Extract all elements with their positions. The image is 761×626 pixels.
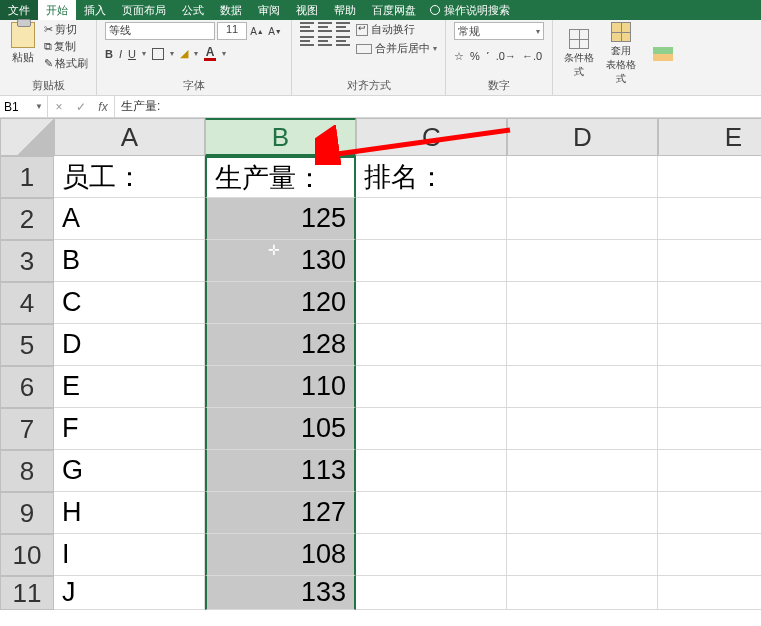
cell[interactable] xyxy=(507,282,658,324)
tab-insert[interactable]: 插入 xyxy=(76,0,114,20)
name-box[interactable]: B1▼ xyxy=(0,96,48,117)
cell[interactable] xyxy=(356,450,507,492)
font-color-button[interactable]: A xyxy=(204,46,216,61)
cell[interactable]: 113 xyxy=(205,450,356,492)
cell[interactable] xyxy=(658,282,761,324)
confirm-formula-button[interactable]: ✓ xyxy=(70,100,92,114)
cell[interactable] xyxy=(356,282,507,324)
underline-button[interactable]: U xyxy=(128,48,136,60)
cell[interactable] xyxy=(356,534,507,576)
select-all-corner[interactable] xyxy=(0,118,54,156)
row-header[interactable]: 5 xyxy=(0,324,54,366)
cell[interactable] xyxy=(507,576,658,610)
bold-button[interactable]: B xyxy=(105,48,113,60)
cell[interactable] xyxy=(507,324,658,366)
cell[interactable]: B xyxy=(54,240,205,282)
cell[interactable] xyxy=(658,324,761,366)
cell[interactable] xyxy=(507,534,658,576)
cell[interactable] xyxy=(658,240,761,282)
fx-button[interactable]: fx xyxy=(92,100,114,114)
cell[interactable] xyxy=(356,240,507,282)
cell[interactable] xyxy=(658,408,761,450)
decrease-decimal-button[interactable]: ←.0 xyxy=(522,50,542,63)
align-bottom-button[interactable] xyxy=(336,22,350,32)
cell[interactable]: 120 xyxy=(205,282,356,324)
grow-font-button[interactable]: A▲ xyxy=(249,23,265,39)
cell[interactable]: E xyxy=(54,366,205,408)
cell[interactable]: I xyxy=(54,534,205,576)
cell[interactable]: A xyxy=(54,198,205,240)
cell[interactable]: J xyxy=(54,576,205,610)
conditional-formatting-button[interactable]: 条件格式 xyxy=(561,29,597,79)
wrap-text-button[interactable]: 自动换行 xyxy=(356,22,437,37)
cell-styles-button[interactable] xyxy=(645,47,681,61)
formula-input[interactable]: 生产量: xyxy=(115,96,761,117)
tab-help[interactable]: 帮助 xyxy=(326,0,364,20)
shrink-font-button[interactable]: A▼ xyxy=(267,23,283,39)
row-header[interactable]: 3 xyxy=(0,240,54,282)
row-header[interactable]: 9 xyxy=(0,492,54,534)
row-header[interactable]: 10 xyxy=(0,534,54,576)
cell[interactable] xyxy=(356,324,507,366)
cell[interactable] xyxy=(507,408,658,450)
format-painter-button[interactable]: ✎格式刷 xyxy=(44,56,88,71)
cell[interactable] xyxy=(658,156,761,198)
cell[interactable] xyxy=(507,366,658,408)
cell[interactable] xyxy=(356,408,507,450)
align-left-button[interactable] xyxy=(300,36,314,46)
col-header-a[interactable]: A xyxy=(54,118,205,156)
font-size-select[interactable]: 11 xyxy=(217,22,247,40)
cell[interactable]: H xyxy=(54,492,205,534)
cell[interactable] xyxy=(356,492,507,534)
format-as-table-button[interactable]: 套用 表格格式 xyxy=(603,22,639,86)
tab-data[interactable]: 数据 xyxy=(212,0,250,20)
row-header[interactable]: 1 xyxy=(0,156,54,198)
tab-view[interactable]: 视图 xyxy=(288,0,326,20)
cell[interactable]: 130 xyxy=(205,240,356,282)
italic-button[interactable]: I xyxy=(119,48,122,60)
cell[interactable] xyxy=(658,534,761,576)
comma-button[interactable]: ʼ xyxy=(486,50,490,63)
cell[interactable] xyxy=(507,156,658,198)
row-header[interactable]: 7 xyxy=(0,408,54,450)
tab-review[interactable]: 审阅 xyxy=(250,0,288,20)
cell[interactable] xyxy=(658,492,761,534)
row-header[interactable]: 4 xyxy=(0,282,54,324)
row-header[interactable]: 6 xyxy=(0,366,54,408)
number-format-select[interactable]: 常规▾ xyxy=(454,22,544,40)
copy-button[interactable]: ⧉复制 xyxy=(44,39,88,54)
cell[interactable] xyxy=(658,198,761,240)
tab-netdisk[interactable]: 百度网盘 xyxy=(364,0,424,20)
tab-home[interactable]: 开始 xyxy=(38,0,76,20)
paste-button[interactable]: 粘贴 xyxy=(8,22,38,65)
cell[interactable]: G xyxy=(54,450,205,492)
tell-me[interactable]: 操作说明搜索 xyxy=(424,0,516,20)
cell[interactable] xyxy=(356,576,507,610)
fill-color-button[interactable]: ◢ xyxy=(180,47,188,60)
cell[interactable] xyxy=(658,450,761,492)
cell[interactable] xyxy=(356,198,507,240)
currency-button[interactable]: ☆ xyxy=(454,50,464,63)
cell[interactable] xyxy=(507,198,658,240)
row-header[interactable]: 2 xyxy=(0,198,54,240)
cell[interactable] xyxy=(507,240,658,282)
cell[interactable]: 生产量： xyxy=(205,156,356,198)
font-family-select[interactable]: 等线 xyxy=(105,22,215,40)
cell[interactable]: D xyxy=(54,324,205,366)
col-header-e[interactable]: E xyxy=(658,118,761,156)
cell[interactable]: 110 xyxy=(205,366,356,408)
cell[interactable]: 员工： xyxy=(54,156,205,198)
align-top-button[interactable] xyxy=(300,22,314,32)
border-button[interactable] xyxy=(152,48,164,60)
cut-button[interactable]: ✂剪切 xyxy=(44,22,88,37)
tab-file[interactable]: 文件 xyxy=(0,0,38,20)
col-header-b[interactable]: B xyxy=(205,118,356,156)
cell[interactable]: 133 xyxy=(205,576,356,610)
percent-button[interactable]: % xyxy=(470,50,480,63)
cancel-formula-button[interactable]: × xyxy=(48,100,70,114)
merge-center-button[interactable]: 合并后居中▾ xyxy=(356,41,437,56)
cell[interactable] xyxy=(356,366,507,408)
align-center-button[interactable] xyxy=(318,36,332,46)
cell[interactable] xyxy=(507,450,658,492)
increase-decimal-button[interactable]: .0→ xyxy=(496,50,516,63)
